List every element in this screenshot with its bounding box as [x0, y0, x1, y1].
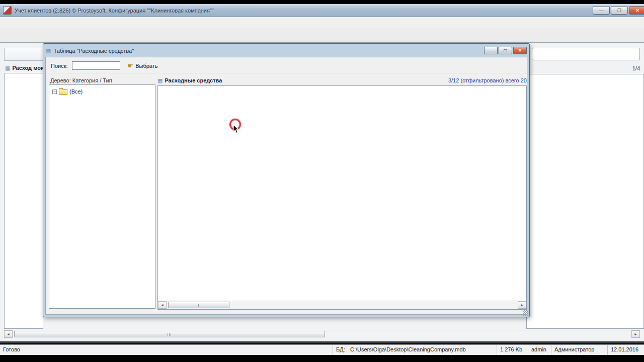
dialog-titlebar: ▦ Таблица "Расходные средства" — ▢ ✕: [46, 45, 527, 56]
window-bottom-edge: [0, 341, 644, 343]
resize-grip[interactable]: [523, 310, 528, 316]
status-date: 12.01.2016: [608, 345, 644, 355]
tree-header: Дерево: Категория / Тип: [50, 77, 112, 83]
dialog-maximize-button[interactable]: ▢: [499, 47, 512, 54]
open-folder-icon: [59, 89, 67, 95]
status-role: Администратор: [551, 345, 608, 355]
background-left-caption: ▦ Расход моющих средств: [5, 64, 43, 72]
status-db-size: 1 276 Kb: [497, 345, 528, 355]
scroll-left-arrow-icon[interactable]: ◄: [158, 301, 167, 309]
category-tree[interactable]: − (Все): [49, 84, 155, 309]
minimize-button[interactable]: —: [593, 6, 610, 15]
search-label: Поиск:: [51, 63, 68, 69]
scroll-left-arrow-icon[interactable]: ◄: [4, 330, 13, 338]
dialog-window: ▦ Таблица "Расходные средства" — ▢ ✕ Пои…: [43, 43, 530, 317]
dialog-client-area: Поиск: ☛ Выбрать Дерево: Категория / Тип…: [45, 57, 527, 315]
choose-button-label: Выбрать: [135, 63, 157, 69]
close-button[interactable]: ✕: [629, 6, 644, 15]
dialog-toolbar: Поиск: ☛ Выбрать: [47, 58, 526, 73]
mouse-cursor-icon: [233, 124, 239, 135]
screen: Учет клиентов (2.826) © Prostoysoft. Кон…: [0, 0, 644, 362]
tree-item-root[interactable]: − (Все): [52, 87, 155, 96]
dialog-grid-caption-text: Расходные средства: [165, 77, 222, 83]
menu-bar: [0, 17, 644, 28]
main-window-buttons: — ❐ ✕: [593, 6, 644, 15]
choose-button[interactable]: ☛ Выбрать: [128, 62, 158, 69]
scroll-right-arrow-icon[interactable]: ►: [518, 301, 526, 309]
background-toolbar: [4, 48, 43, 61]
main-window-title: Учет клиентов (2.826) © Prostoysoft. Кон…: [15, 8, 214, 14]
dialog-title: Таблица "Расходные средства": [53, 48, 134, 54]
status-user: admin: [528, 345, 551, 355]
grid-icon: ▦: [5, 65, 10, 71]
status-db-path: C:\Users\Olga\Desktop\CleaningCompany.md…: [347, 345, 497, 355]
choose-icon: ☛: [128, 62, 134, 69]
scrollbar-thumb[interactable]: [168, 302, 229, 308]
filter-counter: 3/12 (отфильтровано) всего 20: [448, 77, 527, 83]
consumables-table[interactable]: ◄ ►: [157, 85, 527, 310]
dialog-close-button[interactable]: ✕: [513, 47, 527, 54]
app-icon: [3, 6, 12, 15]
table-icon: ▦: [46, 47, 51, 54]
dialog-grid-caption: ▦ Расходные средства 3/12 (отфильтровано…: [157, 76, 527, 84]
dialog-window-buttons: — ▢ ✕: [484, 47, 527, 54]
background-search-box[interactable]: [532, 48, 640, 60]
scroll-right-arrow-icon[interactable]: ►: [631, 330, 640, 338]
status-ready: Готово: [0, 345, 333, 355]
background-left-grid[interactable]: [4, 73, 43, 329]
scrollbar-thumb[interactable]: [14, 331, 325, 337]
background-right-grid[interactable]: [526, 74, 644, 329]
table-horizontal-scrollbar[interactable]: ◄ ►: [158, 301, 526, 309]
tab-bar: [0, 28, 644, 43]
background-left-caption-text: Расход моющих средств: [12, 65, 43, 71]
main-titlebar: Учет клиентов (2.826) © Prostoysoft. Кон…: [0, 4, 644, 17]
background-horizontal-scrollbar[interactable]: ◄ ►: [4, 330, 640, 338]
status-bar: Готово БД: C:\Users\Olga\Desktop\Cleanin…: [0, 344, 644, 355]
tree-root-label: (Все): [69, 88, 83, 95]
collapse-icon[interactable]: −: [52, 89, 57, 94]
search-input[interactable]: [72, 61, 120, 70]
restore-button[interactable]: ❐: [611, 6, 628, 15]
background-record-counter: 1/4: [632, 65, 640, 71]
grid-icon: ▦: [157, 77, 163, 84]
dialog-minimize-button[interactable]: —: [484, 47, 498, 54]
status-db-label: БД:: [333, 345, 347, 355]
